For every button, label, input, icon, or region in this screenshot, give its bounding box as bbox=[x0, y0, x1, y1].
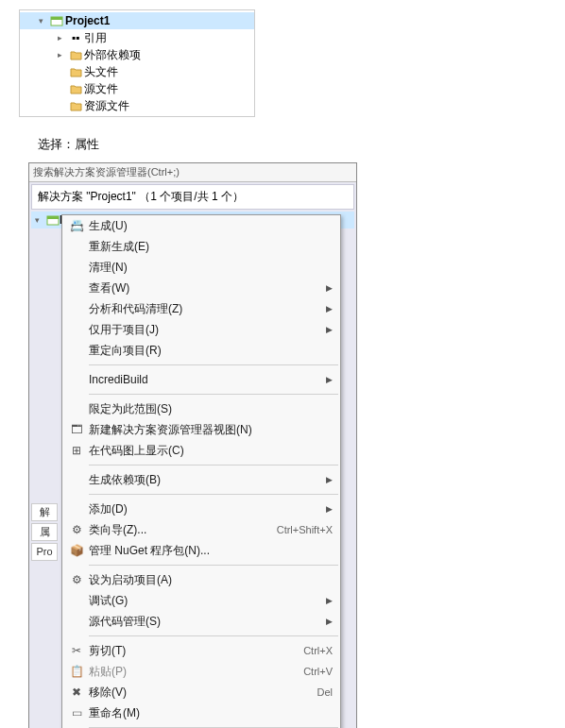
menu-build-deps[interactable]: 生成依赖项(B)▶ bbox=[62, 469, 340, 490]
menu-separator bbox=[89, 565, 338, 566]
chevron-right-icon: ▶ bbox=[326, 375, 333, 384]
tree-item-sources[interactable]: 源文件 bbox=[20, 80, 254, 97]
side-tab[interactable]: 解 bbox=[31, 503, 58, 521]
folder-icon bbox=[69, 49, 82, 60]
chevron-right-icon: ▸ bbox=[58, 50, 69, 59]
tree-item-resources[interactable]: 资源文件 bbox=[20, 97, 254, 114]
context-menu: 📇生成(U) 重新生成(E) 清理(N) 查看(W)▶ 分析和代码清理(Z)▶ … bbox=[61, 214, 341, 728]
folder-icon bbox=[69, 66, 82, 77]
chevron-right-icon: ▶ bbox=[326, 283, 333, 293]
chevron-down-icon: ▾ bbox=[35, 215, 46, 225]
solution-line[interactable]: 解决方案 "Project1" （1 个项目/共 1 个） bbox=[31, 184, 354, 210]
menu-paste[interactable]: 📋粘贴(P)Ctrl+V bbox=[62, 661, 340, 682]
menu-code-map[interactable]: ⊞在代码图上显示(C) bbox=[62, 440, 340, 461]
side-tabs: 解 属 Pro bbox=[31, 229, 58, 563]
solution-explorer-panel: ▾ Project1 ▸ ▪▪ 引用 ▸ 外部依赖项 头文件 源文件 资源文件 bbox=[19, 9, 255, 117]
menu-incredibuild[interactable]: IncrediBuild▶ bbox=[62, 369, 340, 390]
menu-remove[interactable]: ✖移除(V)Del bbox=[62, 682, 340, 703]
paste-icon: 📋 bbox=[66, 665, 87, 678]
menu-source-control[interactable]: 源代码管理(S)▶ bbox=[62, 611, 340, 632]
menu-rebuild[interactable]: 重新生成(E) bbox=[62, 236, 340, 257]
tree-project-label: Project1 bbox=[63, 14, 110, 27]
menu-add[interactable]: 添加(D)▶ bbox=[62, 499, 340, 519]
tree-item-label: 引用 bbox=[82, 30, 107, 46]
tree-item-label: 头文件 bbox=[82, 64, 118, 80]
delete-icon: ✖ bbox=[66, 686, 87, 699]
menu-separator bbox=[89, 364, 338, 365]
rename-icon: ▭ bbox=[66, 706, 87, 720]
tree-item-label: 外部依赖项 bbox=[82, 47, 141, 63]
gear-icon: ⚙ bbox=[66, 573, 87, 586]
build-icon: 📇 bbox=[66, 219, 87, 232]
tree-item-references[interactable]: ▸ ▪▪ 引用 bbox=[20, 29, 254, 46]
chevron-right-icon: ▶ bbox=[326, 325, 333, 334]
search-hint[interactable]: 搜索解决方案资源管理器(Ctrl+;) bbox=[29, 163, 356, 182]
menu-cut[interactable]: ✂剪切(T)Ctrl+X bbox=[62, 640, 340, 661]
menu-class-wizard[interactable]: ⚙类向导(Z)...Ctrl+Shift+X bbox=[62, 519, 340, 540]
chevron-right-icon: ▶ bbox=[326, 504, 333, 514]
folder-icon bbox=[69, 100, 82, 111]
side-tab[interactable]: 属 bbox=[31, 523, 58, 541]
menu-separator bbox=[89, 394, 338, 395]
menu-separator bbox=[89, 494, 338, 495]
tree-project-node[interactable]: ▾ Project1 bbox=[20, 12, 254, 29]
menu-nuget[interactable]: 📦管理 NuGet 程序包(N)... bbox=[62, 540, 340, 561]
chevron-right-icon: ▶ bbox=[326, 304, 333, 313]
screenshot-frame: 搜索解决方案资源管理器(Ctrl+;) 解决方案 "Project1" （1 个… bbox=[28, 162, 357, 728]
folder-icon bbox=[69, 83, 82, 94]
menu-clean[interactable]: 清理(N) bbox=[62, 257, 340, 278]
wizard-icon: ⚙ bbox=[66, 523, 87, 536]
chevron-down-icon: ▾ bbox=[39, 16, 50, 25]
menu-project-only[interactable]: 仅用于项目(J)▶ bbox=[62, 319, 340, 340]
menu-startup[interactable]: ⚙设为启动项目(A) bbox=[62, 569, 340, 590]
menu-scope[interactable]: 限定为此范围(S) bbox=[62, 398, 340, 419]
project-icon bbox=[50, 14, 63, 27]
menu-separator bbox=[89, 635, 338, 636]
svg-rect-3 bbox=[47, 216, 59, 219]
chevron-right-icon: ▶ bbox=[326, 617, 333, 626]
chevron-right-icon: ▸ bbox=[58, 33, 69, 42]
tree-item-label: 资源文件 bbox=[82, 98, 129, 114]
menu-view[interactable]: 查看(W)▶ bbox=[62, 278, 340, 298]
menu-separator bbox=[89, 465, 338, 466]
svg-rect-1 bbox=[51, 17, 62, 20]
tree-item-headers[interactable]: 头文件 bbox=[20, 63, 254, 80]
menu-debug[interactable]: 调试(G)▶ bbox=[62, 590, 340, 611]
graph-icon: ⊞ bbox=[66, 444, 87, 457]
nuget-icon: 📦 bbox=[66, 544, 87, 557]
tree-item-external[interactable]: ▸ 外部依赖项 bbox=[20, 46, 254, 63]
menu-build[interactable]: 📇生成(U) bbox=[62, 215, 340, 236]
chevron-right-icon: ▶ bbox=[326, 596, 333, 605]
view-icon: 🗔 bbox=[66, 423, 87, 436]
references-icon: ▪▪ bbox=[69, 31, 82, 44]
menu-rename[interactable]: ▭重命名(M) bbox=[62, 703, 340, 723]
side-tab[interactable]: Pro bbox=[31, 543, 58, 561]
menu-retarget[interactable]: 重定向项目(R) bbox=[62, 340, 340, 361]
scissors-icon: ✂ bbox=[66, 644, 87, 657]
section-heading: 选择：属性 bbox=[38, 136, 546, 153]
project-icon bbox=[46, 213, 60, 227]
chevron-right-icon: ▶ bbox=[326, 475, 333, 484]
menu-new-view[interactable]: 🗔新建解决方案资源管理器视图(N) bbox=[62, 419, 340, 440]
tree-item-label: 源文件 bbox=[82, 81, 118, 97]
menu-analyze[interactable]: 分析和代码清理(Z)▶ bbox=[62, 298, 340, 319]
